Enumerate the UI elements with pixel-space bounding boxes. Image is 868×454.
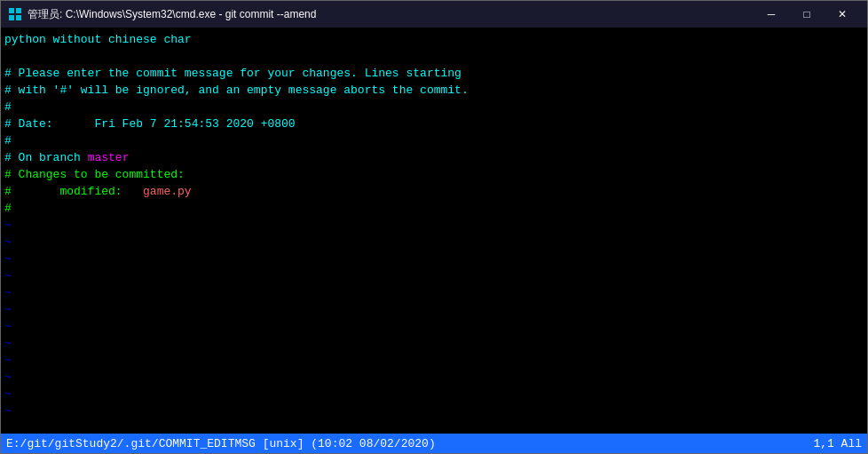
terminal-line: ~ xyxy=(4,217,864,234)
terminal-body[interactable]: python without chinese char # Please ent… xyxy=(1,28,867,434)
terminal-line: # modified: game.py xyxy=(4,183,864,200)
statusbar-position: 1,1 All xyxy=(813,437,862,450)
terminal-line: ~ xyxy=(4,335,864,352)
terminal-line xyxy=(4,48,864,65)
svg-rect-3 xyxy=(16,15,21,20)
terminal-line: ~ xyxy=(4,251,864,267)
close-button[interactable]: ✕ xyxy=(825,1,860,28)
terminal-line: ~ xyxy=(4,386,864,402)
window-icon xyxy=(8,7,22,21)
terminal-line: # xyxy=(4,132,864,149)
titlebar: 管理员: C:\Windows\System32\cmd.exe - git c… xyxy=(1,1,867,28)
terminal-line: # with '#' will be ignored, and an empty… xyxy=(4,82,864,99)
window-controls: ─ □ ✕ xyxy=(754,1,860,28)
maximize-button[interactable]: □ xyxy=(789,1,825,28)
terminal-line: ~ xyxy=(4,267,864,284)
terminal-line: # On branch master xyxy=(4,149,864,166)
statusbar: E:/git/gitStudy2/.git/COMMIT_EDITMSG [un… xyxy=(1,434,867,453)
window-title: 管理员: C:\Windows\System32\cmd.exe - git c… xyxy=(28,7,754,22)
terminal-line: # Date: Fri Feb 7 21:54:53 2020 +0800 xyxy=(4,115,864,132)
svg-rect-2 xyxy=(9,15,14,20)
terminal-line: ~ xyxy=(4,352,864,369)
statusbar-file-info: E:/git/gitStudy2/.git/COMMIT_EDITMSG [un… xyxy=(6,437,436,450)
terminal-line: ~ xyxy=(4,318,864,335)
terminal-line: ~ xyxy=(4,369,864,386)
terminal-line: python without chinese char xyxy=(4,31,864,48)
terminal-line: ~ xyxy=(4,284,864,301)
terminal-line: ~ xyxy=(4,402,864,419)
svg-rect-0 xyxy=(9,8,14,13)
terminal-line: # xyxy=(4,200,864,217)
terminal-line: # Changes to be committed: xyxy=(4,166,864,183)
terminal-line: # Please enter the commit message for yo… xyxy=(4,65,864,82)
minimize-button[interactable]: ─ xyxy=(754,1,789,28)
window: 管理员: C:\Windows\System32\cmd.exe - git c… xyxy=(0,0,868,454)
terminal-line: ~ xyxy=(4,301,864,318)
svg-rect-1 xyxy=(16,8,21,13)
terminal-line: # xyxy=(4,99,864,115)
terminal-line: ~ xyxy=(4,234,864,251)
